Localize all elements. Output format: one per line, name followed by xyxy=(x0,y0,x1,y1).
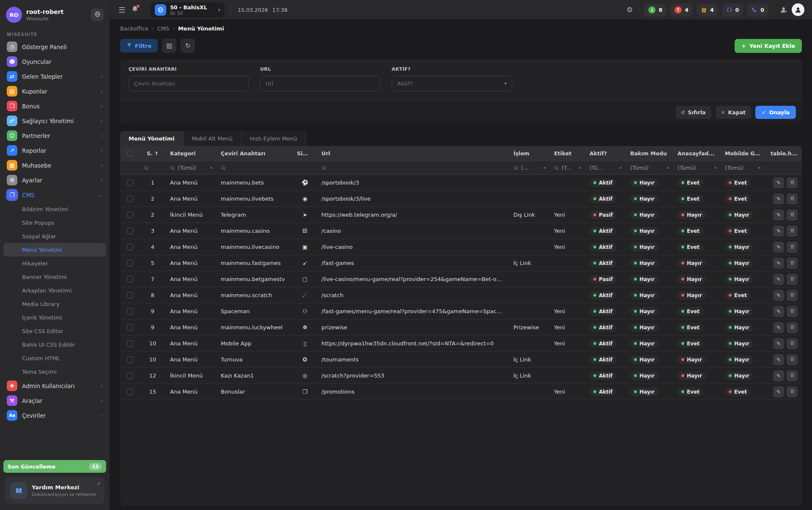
translation-key-input[interactable] xyxy=(129,76,249,91)
column-header-islem[interactable]: İşlem xyxy=(509,150,550,157)
edit-button[interactable]: ✎ xyxy=(773,226,784,237)
column-settings-button[interactable]: ▥ xyxy=(162,39,176,53)
delete-button[interactable] xyxy=(787,226,798,237)
sidebar-item-gelen-talepler[interactable]: ⇄Gelen Talepler› xyxy=(3,69,106,84)
profile-avatar-icon[interactable] xyxy=(792,3,804,16)
edit-button[interactable]: ✎ xyxy=(773,370,784,381)
column-header-aktif[interactable]: Aktif? xyxy=(585,150,626,157)
edit-button[interactable]: ✎ xyxy=(773,354,784,365)
sidebar-subitem-bahis-ui-css-edit-r[interactable]: Bahis UI CSS Editör xyxy=(3,338,106,351)
row-checkbox[interactable] xyxy=(127,179,133,186)
edit-button[interactable]: ✎ xyxy=(773,386,784,397)
column-header-anasayfa[interactable]: Anasayfad... xyxy=(673,150,721,157)
row-checkbox[interactable] xyxy=(127,292,133,298)
table-row[interactable]: 1Ana Menümainmenu.bets⚽/sportsbook/3Akti… xyxy=(120,175,802,191)
help-center-card[interactable]: Yardım Merkezi Dokümantasyon ve rehberle… xyxy=(5,477,104,504)
table-row[interactable]: 7Ana Menümainmenu.betgamestv▢/live-casin… xyxy=(120,271,802,287)
select-all-checkbox[interactable] xyxy=(127,150,133,157)
close-button[interactable]: ✕ Kapat xyxy=(716,106,752,119)
edit-button[interactable]: ✎ xyxy=(773,306,784,317)
edit-button[interactable]: ✎ xyxy=(773,290,784,301)
notifications-bell-icon[interactable] xyxy=(131,5,139,14)
filter-cell-islem[interactable]: (...▾ xyxy=(509,165,550,171)
sidebar-item-bonus[interactable]: ❒Bonus› xyxy=(3,99,106,113)
sidebar-item-raporlar[interactable]: ↗Raporlar› xyxy=(3,143,106,158)
delete-button[interactable] xyxy=(787,242,798,253)
delete-button[interactable] xyxy=(787,386,798,397)
table-row[interactable]: 10Ana MenüTurnuva✪/tournamentsİç LinkAkt… xyxy=(120,352,802,368)
withdrawals-badge[interactable]: ↑4 xyxy=(670,4,693,16)
sidebar-subitem-banner-y-netimi[interactable]: Banner Yönetimi xyxy=(3,270,106,284)
sidebar-subitem-men-y-netimi[interactable]: Menü Yönetimi xyxy=(3,243,106,256)
row-checkbox[interactable] xyxy=(127,324,133,331)
delete-button[interactable] xyxy=(787,354,798,365)
column-header-s[interactable]: S.↑ xyxy=(140,150,166,157)
column-header-mobil[interactable]: Mobilde Gi... xyxy=(721,150,765,157)
edit-button[interactable]: ✎ xyxy=(773,193,784,204)
table-row[interactable]: 15Ana MenüBonuslar❒/promotionsYeniAktifH… xyxy=(120,384,802,400)
row-checkbox[interactable] xyxy=(127,260,133,266)
filter-cell-url[interactable] xyxy=(317,165,509,171)
row-checkbox[interactable] xyxy=(127,276,133,282)
delete-button[interactable] xyxy=(787,274,798,285)
sort-asc-icon[interactable]: ↑ xyxy=(154,151,159,157)
sidebar-subitem-tema-se-imi[interactable]: Tema Seçimi xyxy=(3,365,106,378)
table-row[interactable]: 5Ana Menümainmenu.fastgames➹/fast-gamesİ… xyxy=(120,255,802,271)
filter-cell-s[interactable] xyxy=(140,165,166,171)
column-header-check[interactable] xyxy=(120,150,140,157)
sidebar-subitem-sosyal-a-lar[interactable]: Sosyal Ağlar xyxy=(3,229,106,243)
sidebar-item-muhasebe[interactable]: ▦Muhasebe› xyxy=(3,158,106,173)
user-status-icon[interactable] xyxy=(780,6,788,14)
gear-icon[interactable]: ⚙ xyxy=(626,6,633,14)
delete-button[interactable] xyxy=(787,210,798,221)
sidebar-subitem-arkaplan-y-netimi[interactable]: Arkaplan Yönetimi xyxy=(3,284,106,297)
sidebar-subitem-site-css-editor[interactable]: Site CSS Editor xyxy=(3,324,106,338)
hamburger-menu-icon[interactable]: ☰ xyxy=(118,6,125,14)
edit-button[interactable]: ✎ xyxy=(773,177,784,188)
user-block[interactable]: RO root-robert Wisesuite xyxy=(0,0,110,28)
row-checkbox[interactable] xyxy=(127,389,133,395)
row-checkbox[interactable] xyxy=(127,372,133,379)
last-update-banner[interactable]: Son Güncelleme 13 xyxy=(3,460,106,473)
row-checkbox[interactable] xyxy=(127,244,133,250)
row-checkbox[interactable] xyxy=(127,308,133,314)
column-header-ceviri[interactable]: Çeviri Anahtarı xyxy=(217,150,293,157)
add-record-button[interactable]: + Yeni Kayıt Ekle xyxy=(735,39,802,53)
sidebar-subitem-media-library[interactable]: Media Library xyxy=(3,297,106,311)
column-header-etiket[interactable]: Etiket xyxy=(550,150,585,157)
sidebar-subitem-custom-html[interactable]: Custom HTML xyxy=(3,351,106,365)
url-input[interactable] xyxy=(260,76,381,91)
column-header-bakim[interactable]: Bakım Modu xyxy=(626,150,673,157)
sidebar-item-sa-lay-c-y-netimi[interactable]: ☍Sağlayıcı Yönetimi› xyxy=(3,113,106,128)
delete-button[interactable] xyxy=(787,322,798,333)
filter-cell-bakim[interactable]: (Tümü)▾ xyxy=(626,165,673,171)
delete-button[interactable] xyxy=(787,338,798,349)
delete-button[interactable] xyxy=(787,193,798,204)
tab-hızlı-eylem-menü[interactable]: Hızlı Eylem Menü xyxy=(241,131,306,146)
sidebar-item-oyuncular[interactable]: ☻Oyuncular xyxy=(3,54,106,69)
column-header-kategori[interactable]: Kategori xyxy=(166,150,217,157)
tab-mobil-alt-menü[interactable]: Mobil Alt Menü xyxy=(184,131,241,146)
calls-badge[interactable]: 0 xyxy=(747,4,768,16)
filter-cell-kategori[interactable]: (Tümü)▾ xyxy=(166,165,217,171)
edit-button[interactable]: ✎ xyxy=(773,322,784,333)
deposits-badge[interactable]: ↓8 xyxy=(644,4,667,16)
breadcrumb-item[interactable]: Backoffice xyxy=(120,25,148,32)
edit-button[interactable]: ✎ xyxy=(773,258,784,269)
row-checkbox[interactable] xyxy=(127,228,133,234)
table-row[interactable]: 12İkincil MenüKazı Kazan1◎/scratch?provi… xyxy=(120,368,802,384)
delete-button[interactable] xyxy=(787,306,798,317)
delete-button[interactable] xyxy=(787,290,798,301)
bonus-requests-badge[interactable]: 4 xyxy=(697,4,718,16)
language-button[interactable] xyxy=(91,8,104,21)
breadcrumb-item[interactable]: CMS xyxy=(157,25,170,32)
edit-button[interactable]: ✎ xyxy=(773,210,784,221)
filter-cell-aktif[interactable]: (Tü...▾ xyxy=(585,165,626,171)
row-checkbox[interactable] xyxy=(127,340,133,347)
sidebar-subitem-site-popups[interactable]: Site Popups xyxy=(3,216,106,229)
table-row[interactable]: 9Ana Menümainmenu.luckywheel☸prizewisePr… xyxy=(120,320,802,336)
filter-cell-ceviri[interactable] xyxy=(217,165,293,171)
sidebar-item-ara-lar[interactable]: ⚒Araçlar› xyxy=(3,393,106,408)
column-header-simge[interactable]: Simge xyxy=(293,150,317,157)
sidebar-item-partnerler[interactable]: ☺Partnerler› xyxy=(3,128,106,143)
